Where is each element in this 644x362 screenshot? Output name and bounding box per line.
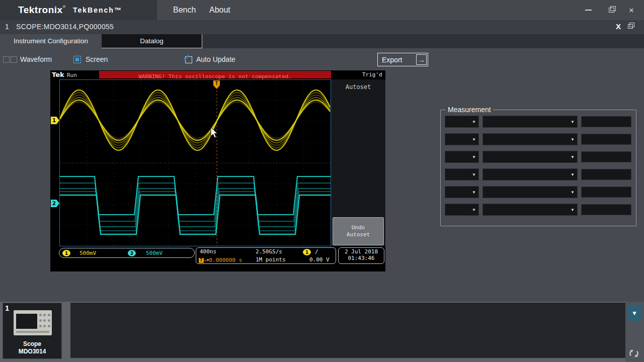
export-arrow-icon: → [416, 54, 427, 65]
waveform-plot [60, 80, 331, 246]
chevron-down-icon: ▼ [571, 137, 575, 142]
trigger-status: Trig'd [362, 71, 382, 78]
instrument-tile-scope[interactable]: 1 Scope MDO3014 [3, 303, 62, 359]
channel1-badge: 1 [62, 250, 70, 256]
chevron-down-icon: ▼ [571, 120, 575, 124]
instrument-title: SCOPE:MDO3014,PQ000055 [16, 23, 114, 31]
instrument-header: 1 SCOPE:MDO3014,PQ000055 X [0, 20, 644, 34]
measurement-source-select[interactable]: ▼ [445, 204, 479, 216]
screen-label: Screen [86, 55, 108, 63]
close-icon: × [629, 6, 634, 15]
export-button[interactable]: Export → [377, 53, 428, 66]
measurement-legend: Measurement [446, 106, 493, 114]
measurement-source-select[interactable]: ▼ [445, 151, 479, 163]
tile-index: 1 [5, 304, 9, 312]
trigger-level: 0.00 V [309, 256, 330, 263]
measurement-type-select[interactable]: ▼ [482, 151, 578, 163]
warning-banner: WARNING! This oscilloscope is not compen… [99, 71, 331, 78]
instrument-dock: 1 Scope MDO3014 [0, 302, 644, 362]
chevron-down-icon: ▼ [472, 208, 476, 212]
trigger-t-icon: T [199, 258, 204, 263]
tab-datalog[interactable]: Datalog [102, 34, 202, 48]
measurement-type-select[interactable]: ▼ [482, 116, 578, 128]
restore-icon [609, 8, 614, 13]
logo-block: Tektronix® TekBench™ [0, 0, 157, 20]
measurement-type-select[interactable]: ▼ [482, 186, 578, 198]
record-length: 1M points [256, 256, 286, 263]
tile-name-line2: MDO3014 [3, 348, 61, 355]
chevron-down-icon: ▼ [472, 172, 476, 177]
chevron-down-icon: ▼ [472, 190, 476, 195]
horizontal-trigger-readout: 400ns 2.50GS/s 1 / T → ▼ 0.000000 s 1M p… [196, 247, 336, 264]
minimize-icon [585, 10, 592, 11]
oscilloscope-image-screen [16, 314, 37, 329]
measurement-row: ▼▼ [445, 151, 632, 163]
tab-instrument-configuration[interactable]: Instrument Configuration [0, 34, 102, 48]
menu-bench[interactable]: Bench [168, 0, 201, 20]
title-bar: Tektronix® TekBench™ Bench About × [0, 0, 644, 20]
instrument-close-button[interactable]: X [616, 22, 621, 31]
measurement-source-select[interactable]: ▼ [445, 133, 479, 145]
dock-empty-strip [70, 303, 625, 358]
datetime-readout: 2 Jul 2018 01:43:46 [338, 247, 384, 264]
waveform-graticule [59, 79, 331, 246]
acquisition-status: Run [67, 72, 77, 78]
measurement-row: ▼▼ [445, 133, 632, 145]
measurement-row: ▼▼ [445, 168, 632, 180]
refresh-icon[interactable] [628, 348, 639, 359]
waveform-checkbox-secondary[interactable] [11, 56, 17, 63]
chevron-down-icon: ▼ [571, 172, 575, 177]
registered-mark: ® [63, 5, 66, 9]
measurement-row: ▼▼ [445, 204, 632, 216]
chevron-down-icon: ▼ [571, 190, 575, 195]
undo-autoset-button[interactable]: Undo Autoset [333, 217, 384, 245]
channel2-marker: 2 [51, 200, 59, 207]
autoset-menu-heading: Autoset [331, 83, 385, 90]
dock-collapse-button[interactable]: ▼ [627, 306, 641, 321]
measurement-value-field [581, 187, 631, 198]
measurement-value-field [581, 151, 631, 162]
measurement-type-select[interactable]: ▼ [482, 168, 578, 180]
minimize-button[interactable] [580, 0, 597, 20]
chevron-down-icon: ▼ [472, 137, 476, 142]
mouse-cursor [210, 127, 219, 139]
menu-about[interactable]: About [204, 0, 235, 20]
measurement-source-select[interactable]: ▼ [445, 116, 479, 128]
measurement-source-select[interactable]: ▼ [445, 186, 479, 198]
tek-logo: Tek [52, 71, 64, 78]
trigger-slope-icon: / [315, 248, 318, 255]
instrument-popout-button[interactable] [628, 24, 633, 29]
measurement-value-field [581, 116, 631, 127]
tektronix-logo: Tektronix® [18, 5, 66, 16]
instrument-index: 1 [5, 23, 9, 31]
scope-side-menu: Autoset Undo Autoset [331, 79, 385, 246]
scope-screen-capture: Tek Run WARNING! This oscilloscope is no… [50, 70, 385, 272]
measurement-rows: ▼▼▼▼▼▼▼▼▼▼▼▼ [445, 116, 632, 216]
measurement-panel: Measurement ▼▼▼▼▼▼▼▼▼▼▼▼ [440, 106, 636, 226]
waveform-checkbox[interactable] [3, 56, 10, 63]
restore-button[interactable] [603, 0, 620, 20]
checkmark-icon: ✓ [183, 52, 191, 63]
channel2-badge: 2 [128, 250, 136, 256]
measurement-source-select[interactable]: ▼ [445, 168, 479, 180]
channel2-scale: 500mV [146, 250, 163, 256]
close-button[interactable]: × [623, 0, 640, 20]
measurement-type-select[interactable]: ▼ [482, 204, 578, 216]
scope-date: 2 Jul 2018 [339, 248, 384, 255]
trigger-delay-value: 0.000000 s [209, 257, 242, 263]
oscilloscope-image [14, 310, 52, 335]
chevron-down-icon: ▼ [571, 208, 575, 212]
oscilloscope-image-base [16, 331, 49, 333]
auto-update-label: Auto Update [196, 55, 235, 63]
channel1-marker: 1 [51, 117, 59, 124]
chevron-down-icon: ▼ [571, 155, 575, 159]
measurement-type-select[interactable]: ▼ [482, 133, 578, 145]
measurement-value-field [581, 204, 631, 215]
screen-checkbox[interactable] [73, 56, 81, 63]
time-per-div: 400ns [200, 248, 216, 255]
tekbench-window: Tektronix® TekBench™ Bench About × 1 SCO… [0, 0, 644, 362]
export-label: Export [382, 56, 416, 64]
channel-scale-readout: 1 500mV 2 500mV [59, 248, 195, 258]
measurement-value-field [581, 169, 631, 180]
waveform-label: Waveform [20, 55, 52, 63]
